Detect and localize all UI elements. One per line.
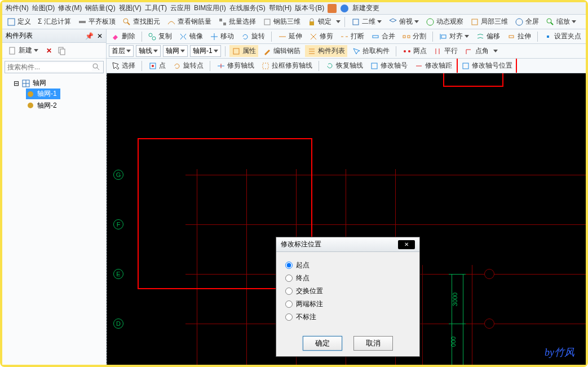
merge-button[interactable]: 合并 bbox=[369, 30, 397, 42]
menu-item[interactable]: 构件(N) bbox=[6, 3, 29, 13]
svg-rect-9 bbox=[310, 21, 314, 25]
mirror-button[interactable]: 镜像 bbox=[176, 30, 205, 42]
menu-item[interactable]: 工具(T) bbox=[145, 3, 167, 13]
dropdown-caret-icon[interactable] bbox=[336, 20, 341, 23]
gear-icon bbox=[26, 101, 35, 110]
canvas[interactable]: G F E D E D 3000 000 by竹风 bbox=[107, 73, 586, 365]
grid-instance-dropdown[interactable]: 轴网-1 bbox=[190, 45, 221, 57]
restore-axis-button[interactable]: 恢复轴线 bbox=[323, 60, 365, 72]
find-button[interactable]: 查找图元 bbox=[120, 16, 162, 28]
dialog-titlebar[interactable]: 修改标注位置 ✕ bbox=[276, 237, 419, 252]
close-icon[interactable]: ✕ bbox=[97, 32, 103, 40]
menu-item[interactable]: 在线服务(S) bbox=[229, 3, 266, 13]
svg-point-43 bbox=[408, 50, 410, 52]
radio-input[interactable] bbox=[285, 288, 293, 295]
select-button[interactable]: 选择 bbox=[109, 60, 138, 72]
align-button[interactable]: 对齐 bbox=[436, 30, 471, 42]
trim-button[interactable]: 修剪 bbox=[307, 30, 335, 42]
menu-item[interactable]: 视图(V) bbox=[119, 3, 142, 13]
offset-button[interactable]: 偏移 bbox=[474, 30, 502, 42]
rebar3d-button[interactable]: 钢筋三维 bbox=[260, 16, 303, 28]
radio-input[interactable] bbox=[285, 262, 293, 269]
trim-axis-button[interactable]: 修剪轴线 bbox=[214, 60, 257, 72]
tree-root[interactable]: ⊟ 轴网 bbox=[6, 78, 103, 89]
radio-input[interactable] bbox=[285, 313, 293, 321]
edit-dist-button[interactable]: 修改轴距 bbox=[412, 60, 454, 72]
dynamic-obs-button[interactable]: 动态观察 bbox=[423, 16, 466, 28]
move-button[interactable]: 移动 bbox=[207, 30, 236, 42]
radio-option[interactable]: 两端标注 bbox=[285, 298, 410, 311]
grip-button[interactable]: 设置夹点 bbox=[541, 30, 583, 42]
copy-icon[interactable] bbox=[58, 46, 67, 55]
svg-rect-3 bbox=[79, 21, 86, 23]
box-trim-button[interactable]: 拉框修剪轴线 bbox=[259, 60, 315, 72]
menu-item[interactable]: 帮助(H) bbox=[269, 3, 292, 13]
split-button[interactable]: 分割 bbox=[400, 30, 428, 42]
corner-button[interactable]: 点角 bbox=[462, 45, 491, 57]
new-button[interactable]: 新建 bbox=[6, 45, 41, 56]
cube2-icon bbox=[388, 17, 397, 26]
menu-item[interactable]: 版本号(B) bbox=[295, 3, 324, 13]
search-small-icon[interactable] bbox=[92, 63, 101, 72]
edit-pos-button[interactable]: 修改轴号位置 bbox=[457, 59, 517, 73]
stretch-button[interactable]: 拉伸 bbox=[505, 30, 533, 42]
search-box[interactable] bbox=[5, 61, 104, 73]
rotpoint-icon bbox=[173, 61, 182, 70]
radio-option[interactable]: 不标注 bbox=[285, 311, 410, 324]
radio-option[interactable]: 起点 bbox=[285, 259, 410, 272]
zoom-button[interactable]: 缩放 bbox=[543, 16, 578, 28]
radio-input[interactable] bbox=[285, 300, 293, 308]
delete-icon[interactable]: ✕ bbox=[46, 47, 52, 55]
search-input[interactable] bbox=[7, 63, 92, 71]
menu-item[interactable]: 绘图(D) bbox=[32, 3, 55, 13]
fullscreen-button[interactable]: 全屏 bbox=[512, 16, 541, 28]
view2d-button[interactable]: 二维 bbox=[349, 16, 384, 28]
pin-icon[interactable]: 📌 bbox=[85, 32, 94, 40]
tree-item-selected[interactable]: 轴网-1 bbox=[26, 89, 60, 99]
menu-item[interactable]: 修改(M) bbox=[58, 3, 82, 13]
ok-button[interactable]: 确定 bbox=[303, 336, 342, 351]
svg-point-11 bbox=[427, 19, 434, 25]
menu-item[interactable]: 钢筋量(Q) bbox=[85, 3, 115, 13]
pick-button[interactable]: 拾取构件 bbox=[350, 45, 392, 57]
radio-option[interactable]: 终点 bbox=[285, 272, 410, 285]
define-button[interactable]: 定义 bbox=[5, 16, 33, 28]
tree-item[interactable]: 轴网-2 bbox=[6, 100, 103, 111]
component-list-button[interactable]: 构件列表 bbox=[305, 45, 347, 57]
sum-button[interactable]: Σ 汇总计算 bbox=[36, 16, 73, 28]
cancel-button[interactable]: 取消 bbox=[353, 336, 393, 351]
rotpoint-button[interactable]: 旋转点 bbox=[170, 60, 206, 72]
batch-select-button[interactable]: 批量选择 bbox=[216, 16, 258, 28]
point-button[interactable]: 点 bbox=[146, 60, 168, 72]
flat-icon bbox=[78, 17, 87, 26]
extend-button[interactable]: 延伸 bbox=[276, 30, 304, 42]
topview-button[interactable]: 俯视 bbox=[386, 16, 421, 28]
grid-dropdown[interactable]: 轴网 bbox=[163, 45, 188, 57]
axis-dropdown[interactable]: 轴线 bbox=[136, 45, 161, 57]
edit-rebar-button[interactable]: 编辑钢筋 bbox=[260, 45, 303, 57]
menu-item[interactable]: 云应用 bbox=[170, 3, 191, 13]
local3d-button[interactable]: 局部三维 bbox=[468, 16, 510, 28]
menu-item[interactable]: 新建变更 bbox=[352, 3, 379, 13]
floor-dropdown[interactable]: 首层 bbox=[109, 45, 134, 57]
lock-button[interactable]: 锁定 bbox=[305, 16, 334, 28]
align-icon bbox=[439, 32, 448, 41]
palette-icon bbox=[328, 4, 337, 13]
dialog-close-button[interactable]: ✕ bbox=[398, 240, 415, 249]
dimension-text: 3000 bbox=[452, 293, 458, 306]
radio-input[interactable] bbox=[285, 275, 293, 282]
edit-axis-button[interactable]: 修改轴号 bbox=[368, 60, 410, 72]
rotate-button[interactable]: 旋转 bbox=[238, 30, 267, 42]
break-button[interactable]: 打断 bbox=[338, 30, 366, 42]
parallel-button[interactable]: 平行 bbox=[431, 45, 460, 57]
menu-item[interactable]: BIM应用(I) bbox=[194, 3, 226, 13]
rebar-view-button[interactable]: 查看钢筋量 bbox=[165, 16, 214, 28]
property-button[interactable]: 属性 bbox=[229, 45, 258, 57]
two-point-button[interactable]: 两点 bbox=[400, 45, 429, 57]
twopoint-icon bbox=[403, 47, 412, 56]
radio-option[interactable]: 交换位置 bbox=[285, 285, 410, 298]
collapse-icon[interactable]: ⊟ bbox=[14, 79, 19, 87]
flat-button[interactable]: 平齐板顶 bbox=[76, 16, 118, 28]
copy-button[interactable]: 复制 bbox=[145, 30, 174, 42]
delete-button[interactable]: 删除 bbox=[109, 30, 138, 42]
